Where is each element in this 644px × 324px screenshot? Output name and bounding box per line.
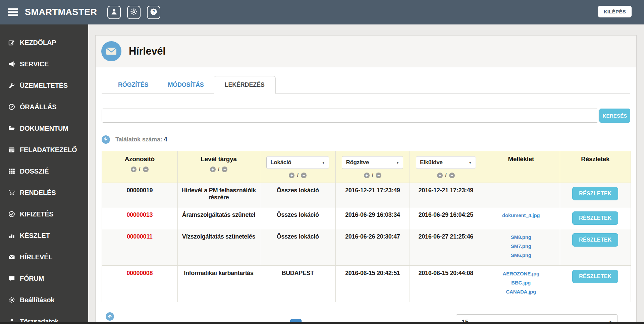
search-row: KERESÉS <box>102 109 630 123</box>
search-input[interactable] <box>102 109 598 123</box>
caret-down-icon: ▼ <box>322 161 325 165</box>
sidebar-item-kezdolap[interactable]: KEZDŐLAP <box>0 32 88 53</box>
location-filter-select[interactable]: Lokáció ▼ <box>266 156 329 169</box>
newsletter-recorded: 2016-12-21 17:23:49 <box>336 183 410 207</box>
recorded-filter-select[interactable]: Rögzítve ▼ <box>342 156 403 169</box>
sort-desc-icon[interactable]: − <box>376 173 381 178</box>
comment-icon <box>8 275 16 282</box>
table-row: 00000011 Vízszolgáltatás szünetelés Össz… <box>102 229 631 266</box>
tab-lekerdezes[interactable]: LEKÉRDEZÉS <box>214 76 276 94</box>
envelope-icon <box>101 41 121 61</box>
sidebar-item-hirlevel[interactable]: HÍRLEVÉL <box>0 246 88 268</box>
sort-asc-icon[interactable]: + <box>131 167 137 172</box>
cart-icon <box>8 189 16 196</box>
sort-separator: / <box>297 172 299 179</box>
newsletter-id: 00000008 <box>102 266 178 302</box>
attachment-link[interactable]: dokument_4.jpg <box>485 212 557 218</box>
topbar-icon-group: ? <box>107 6 160 19</box>
sidebar-item-feladatkezelo[interactable]: FELADATKEZELŐ <box>0 139 88 160</box>
attachment-link[interactable]: CANADA.jpg <box>485 289 557 295</box>
sent-filter-select[interactable]: Elküldve ▼ <box>416 156 476 169</box>
details-cell: RÉSZLETEK <box>560 207 631 229</box>
newsletter-location: Összes lokáció <box>260 207 336 229</box>
wrench-icon <box>8 82 16 89</box>
tab-rogzites[interactable]: RÖGZÍTÉS <box>108 76 158 93</box>
megaphone-icon <box>8 60 16 68</box>
sidebar-item-dokumentum[interactable]: DOKUMENTUM <box>0 118 88 139</box>
sidebar-item-forum[interactable]: FÓRUM <box>0 268 88 289</box>
newsletter-card: Hírlevél RÖGZÍTÉS MÓDOSÍTÁS LEKÉRDEZÉS K… <box>95 35 637 322</box>
table-header-row: Azonosító + / − Levél tárgya + / − <box>102 151 631 183</box>
caret-down-icon: ▼ <box>396 161 399 165</box>
sort-desc-icon[interactable]: − <box>301 173 307 178</box>
details-button[interactable]: RÉSZLETEK <box>572 270 618 283</box>
help-icon: ? <box>150 8 157 16</box>
attachment-link[interactable]: SM8.png <box>485 234 557 240</box>
newsletter-sent: 2016-12-21 17:23:49 <box>410 183 482 207</box>
sidebar-item-kifizetes[interactable]: KIFIZETÉS <box>0 203 88 225</box>
help-button[interactable]: ? <box>147 6 160 19</box>
details-cell: RÉSZLETEK <box>560 183 631 207</box>
sort-controls: + / − <box>180 166 258 173</box>
settings-button[interactable] <box>127 6 141 19</box>
attachment-link[interactable]: BBC.jpg <box>485 280 557 285</box>
details-button[interactable]: RÉSZLETEK <box>572 233 618 247</box>
details-button[interactable]: RÉSZLETEK <box>572 211 618 225</box>
newsletter-subject: Hírlevél a PM felhasználólk részére <box>177 183 260 207</box>
column-header-rogzitve: Rögzítve ▼ + / − <box>336 151 410 183</box>
sort-controls: + / − <box>338 172 408 179</box>
newsletter-recorded: 2016-06-29 16:03:34 <box>336 207 410 229</box>
newsletter-recorded: 2016-06-26 20:30:47 <box>336 229 410 266</box>
grid-icon <box>8 168 16 175</box>
sidebar-item-keszlet[interactable]: KÉSZLET <box>0 225 88 246</box>
svg-text:?: ? <box>152 9 155 14</box>
sort-desc-icon[interactable]: − <box>222 167 227 172</box>
newsletter-table: Azonosító + / − Levél tárgya + / − <box>102 151 631 302</box>
sort-desc-icon[interactable]: − <box>449 173 455 178</box>
arrow-down-icon <box>103 137 108 143</box>
check-circle-icon <box>8 210 16 218</box>
attachment-link[interactable]: SM7.png <box>485 243 557 249</box>
gauge-icon <box>8 103 16 111</box>
table-row: 00000013 Áramszolgáltatás szünetel Össze… <box>102 207 631 229</box>
newsletter-recorded: 2016-06-15 20:42:51 <box>336 266 410 302</box>
attachment-link[interactable]: SM6.png <box>485 252 557 258</box>
sidebar: KEZDŐLAP SERVICE ÜZEMELTETÉS ÓRAÁLLÁS DO… <box>0 24 88 324</box>
column-header-azonosito: Azonosító + / − <box>102 151 178 183</box>
results-row: Találatok száma:4 <box>102 135 630 144</box>
attachments-cell: AEROZONE.jpgBBC.jpgCANADA.jpg <box>482 266 560 302</box>
details-cell: RÉSZLETEK <box>560 229 631 266</box>
sidebar-item-beallitasok[interactable]: Beállítások <box>0 289 88 311</box>
sort-separator: / <box>445 172 447 179</box>
sidebar-item-uzemeltetes[interactable]: ÜZEMELTETÉS <box>0 75 88 96</box>
main-content: Hírlevél RÖGZÍTÉS MÓDOSÍTÁS LEKÉRDEZÉS K… <box>88 24 644 324</box>
sort-controls: + / − <box>104 166 175 173</box>
hamburger-menu-icon[interactable] <box>8 7 18 18</box>
table-row: 00000019 Hírlevél a PM felhasználólk rés… <box>102 183 631 207</box>
sidebar-item-service[interactable]: SERVICE <box>0 53 88 75</box>
calendar-icon <box>8 146 16 153</box>
sort-asc-icon[interactable]: + <box>289 173 294 178</box>
logout-button[interactable]: KILÉPÉS <box>598 6 632 17</box>
gear-icon <box>8 296 16 304</box>
footer-bar <box>0 322 644 324</box>
sidebar-item-oraallas[interactable]: ÓRAÁLLÁS <box>0 96 88 118</box>
tab-modositas[interactable]: MÓDOSÍTÁS <box>158 76 213 93</box>
collapse-results-button[interactable] <box>102 135 110 144</box>
newsletter-sent: 2016-06-29 16:04:25 <box>410 207 482 229</box>
search-button[interactable]: KERESÉS <box>599 109 630 123</box>
sidebar-item-dosszie[interactable]: DOSSZIÉ <box>0 160 88 182</box>
sidebar-item-rendeles[interactable]: RENDELÉS <box>0 182 88 203</box>
sort-asc-icon[interactable]: + <box>364 173 370 178</box>
sort-asc-icon[interactable]: + <box>437 173 443 178</box>
scroll-top-button[interactable] <box>106 312 114 321</box>
details-button[interactable]: RÉSZLETEK <box>572 187 618 200</box>
newsletter-sent: 2016-06-27 21:25:46 <box>410 229 482 266</box>
page-title: Hírlevél <box>129 45 166 57</box>
attachments-cell <box>482 183 560 207</box>
sort-desc-icon[interactable]: − <box>143 167 149 172</box>
attachments-cell: dokument_4.jpg <box>482 207 560 229</box>
sort-asc-icon[interactable]: + <box>210 167 216 172</box>
profile-button[interactable] <box>107 6 121 19</box>
attachment-link[interactable]: AEROZONE.jpg <box>485 271 557 276</box>
